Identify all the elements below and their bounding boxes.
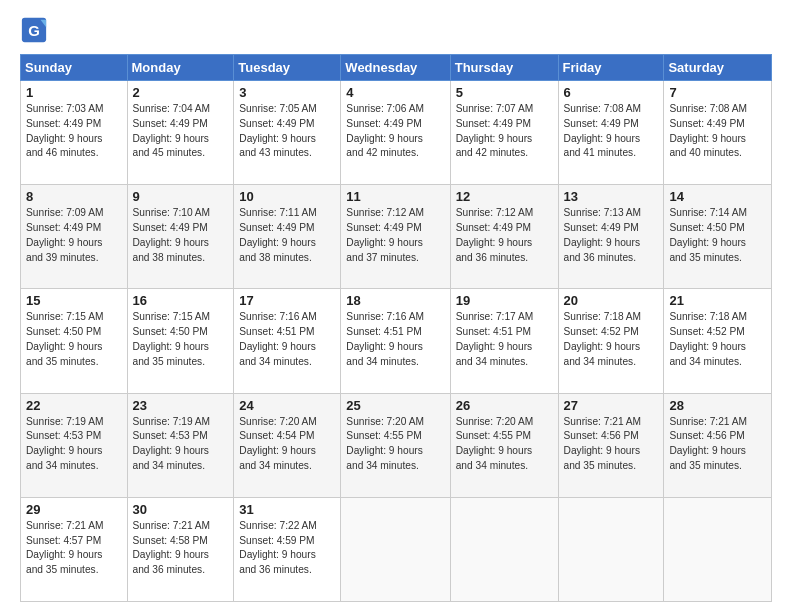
calendar-cell: 7Sunrise: 7:08 AMSunset: 4:49 PMDaylight… [664, 81, 772, 185]
calendar-cell: 3Sunrise: 7:05 AMSunset: 4:49 PMDaylight… [234, 81, 341, 185]
day-number: 8 [26, 189, 122, 204]
calendar-cell: 28Sunrise: 7:21 AMSunset: 4:56 PMDayligh… [664, 393, 772, 497]
day-number: 4 [346, 85, 444, 100]
day-number: 31 [239, 502, 335, 517]
calendar-cell: 14Sunrise: 7:14 AMSunset: 4:50 PMDayligh… [664, 185, 772, 289]
calendar-cell: 13Sunrise: 7:13 AMSunset: 4:49 PMDayligh… [558, 185, 664, 289]
day-info: Sunrise: 7:15 AMSunset: 4:50 PMDaylight:… [133, 310, 229, 369]
calendar-cell: 4Sunrise: 7:06 AMSunset: 4:49 PMDaylight… [341, 81, 450, 185]
day-number: 18 [346, 293, 444, 308]
day-number: 10 [239, 189, 335, 204]
calendar-header-row: SundayMondayTuesdayWednesdayThursdayFrid… [21, 55, 772, 81]
calendar-header-monday: Monday [127, 55, 234, 81]
day-number: 20 [564, 293, 659, 308]
day-number: 29 [26, 502, 122, 517]
day-number: 22 [26, 398, 122, 413]
day-number: 15 [26, 293, 122, 308]
day-number: 23 [133, 398, 229, 413]
calendar-cell [341, 497, 450, 601]
day-info: Sunrise: 7:09 AMSunset: 4:49 PMDaylight:… [26, 206, 122, 265]
calendar-cell: 6Sunrise: 7:08 AMSunset: 4:49 PMDaylight… [558, 81, 664, 185]
logo-icon: G [20, 16, 48, 44]
calendar-cell: 12Sunrise: 7:12 AMSunset: 4:49 PMDayligh… [450, 185, 558, 289]
calendar-cell: 9Sunrise: 7:10 AMSunset: 4:49 PMDaylight… [127, 185, 234, 289]
day-number: 30 [133, 502, 229, 517]
day-info: Sunrise: 7:12 AMSunset: 4:49 PMDaylight:… [456, 206, 553, 265]
calendar-cell: 18Sunrise: 7:16 AMSunset: 4:51 PMDayligh… [341, 289, 450, 393]
day-info: Sunrise: 7:03 AMSunset: 4:49 PMDaylight:… [26, 102, 122, 161]
calendar-cell [664, 497, 772, 601]
calendar-week-row: 29Sunrise: 7:21 AMSunset: 4:57 PMDayligh… [21, 497, 772, 601]
calendar-table: SundayMondayTuesdayWednesdayThursdayFrid… [20, 54, 772, 602]
day-number: 11 [346, 189, 444, 204]
calendar-cell: 30Sunrise: 7:21 AMSunset: 4:58 PMDayligh… [127, 497, 234, 601]
day-number: 2 [133, 85, 229, 100]
day-info: Sunrise: 7:13 AMSunset: 4:49 PMDaylight:… [564, 206, 659, 265]
day-info: Sunrise: 7:19 AMSunset: 4:53 PMDaylight:… [133, 415, 229, 474]
day-info: Sunrise: 7:11 AMSunset: 4:49 PMDaylight:… [239, 206, 335, 265]
calendar-cell: 10Sunrise: 7:11 AMSunset: 4:49 PMDayligh… [234, 185, 341, 289]
day-info: Sunrise: 7:20 AMSunset: 4:54 PMDaylight:… [239, 415, 335, 474]
calendar-cell [450, 497, 558, 601]
calendar-header-thursday: Thursday [450, 55, 558, 81]
day-info: Sunrise: 7:05 AMSunset: 4:49 PMDaylight:… [239, 102, 335, 161]
day-info: Sunrise: 7:21 AMSunset: 4:56 PMDaylight:… [564, 415, 659, 474]
day-info: Sunrise: 7:18 AMSunset: 4:52 PMDaylight:… [669, 310, 766, 369]
day-number: 16 [133, 293, 229, 308]
logo: G [20, 16, 52, 44]
calendar-header-wednesday: Wednesday [341, 55, 450, 81]
day-number: 13 [564, 189, 659, 204]
calendar-cell: 27Sunrise: 7:21 AMSunset: 4:56 PMDayligh… [558, 393, 664, 497]
day-info: Sunrise: 7:12 AMSunset: 4:49 PMDaylight:… [346, 206, 444, 265]
day-info: Sunrise: 7:17 AMSunset: 4:51 PMDaylight:… [456, 310, 553, 369]
calendar-header-sunday: Sunday [21, 55, 128, 81]
calendar-cell: 1Sunrise: 7:03 AMSunset: 4:49 PMDaylight… [21, 81, 128, 185]
day-info: Sunrise: 7:21 AMSunset: 4:57 PMDaylight:… [26, 519, 122, 578]
calendar-week-row: 1Sunrise: 7:03 AMSunset: 4:49 PMDaylight… [21, 81, 772, 185]
day-number: 1 [26, 85, 122, 100]
calendar-cell: 31Sunrise: 7:22 AMSunset: 4:59 PMDayligh… [234, 497, 341, 601]
calendar-cell: 22Sunrise: 7:19 AMSunset: 4:53 PMDayligh… [21, 393, 128, 497]
calendar-header-friday: Friday [558, 55, 664, 81]
day-info: Sunrise: 7:08 AMSunset: 4:49 PMDaylight:… [669, 102, 766, 161]
day-info: Sunrise: 7:19 AMSunset: 4:53 PMDaylight:… [26, 415, 122, 474]
day-info: Sunrise: 7:21 AMSunset: 4:56 PMDaylight:… [669, 415, 766, 474]
day-info: Sunrise: 7:14 AMSunset: 4:50 PMDaylight:… [669, 206, 766, 265]
calendar-week-row: 8Sunrise: 7:09 AMSunset: 4:49 PMDaylight… [21, 185, 772, 289]
day-info: Sunrise: 7:21 AMSunset: 4:58 PMDaylight:… [133, 519, 229, 578]
day-number: 21 [669, 293, 766, 308]
calendar-cell: 26Sunrise: 7:20 AMSunset: 4:55 PMDayligh… [450, 393, 558, 497]
day-number: 6 [564, 85, 659, 100]
calendar-cell: 5Sunrise: 7:07 AMSunset: 4:49 PMDaylight… [450, 81, 558, 185]
day-info: Sunrise: 7:06 AMSunset: 4:49 PMDaylight:… [346, 102, 444, 161]
day-number: 28 [669, 398, 766, 413]
calendar-cell: 24Sunrise: 7:20 AMSunset: 4:54 PMDayligh… [234, 393, 341, 497]
day-number: 3 [239, 85, 335, 100]
calendar-cell: 11Sunrise: 7:12 AMSunset: 4:49 PMDayligh… [341, 185, 450, 289]
calendar-cell: 23Sunrise: 7:19 AMSunset: 4:53 PMDayligh… [127, 393, 234, 497]
calendar-cell: 21Sunrise: 7:18 AMSunset: 4:52 PMDayligh… [664, 289, 772, 393]
day-info: Sunrise: 7:08 AMSunset: 4:49 PMDaylight:… [564, 102, 659, 161]
day-number: 25 [346, 398, 444, 413]
day-number: 24 [239, 398, 335, 413]
day-info: Sunrise: 7:10 AMSunset: 4:49 PMDaylight:… [133, 206, 229, 265]
calendar-cell: 8Sunrise: 7:09 AMSunset: 4:49 PMDaylight… [21, 185, 128, 289]
day-number: 17 [239, 293, 335, 308]
header: G [20, 16, 772, 44]
calendar-cell: 2Sunrise: 7:04 AMSunset: 4:49 PMDaylight… [127, 81, 234, 185]
day-number: 14 [669, 189, 766, 204]
calendar-week-row: 15Sunrise: 7:15 AMSunset: 4:50 PMDayligh… [21, 289, 772, 393]
day-info: Sunrise: 7:16 AMSunset: 4:51 PMDaylight:… [239, 310, 335, 369]
calendar-cell: 15Sunrise: 7:15 AMSunset: 4:50 PMDayligh… [21, 289, 128, 393]
day-number: 5 [456, 85, 553, 100]
calendar-cell: 16Sunrise: 7:15 AMSunset: 4:50 PMDayligh… [127, 289, 234, 393]
calendar-header-saturday: Saturday [664, 55, 772, 81]
day-number: 12 [456, 189, 553, 204]
svg-text:G: G [28, 22, 40, 39]
calendar-cell [558, 497, 664, 601]
day-number: 26 [456, 398, 553, 413]
day-info: Sunrise: 7:07 AMSunset: 4:49 PMDaylight:… [456, 102, 553, 161]
calendar-cell: 20Sunrise: 7:18 AMSunset: 4:52 PMDayligh… [558, 289, 664, 393]
day-number: 9 [133, 189, 229, 204]
day-info: Sunrise: 7:22 AMSunset: 4:59 PMDaylight:… [239, 519, 335, 578]
